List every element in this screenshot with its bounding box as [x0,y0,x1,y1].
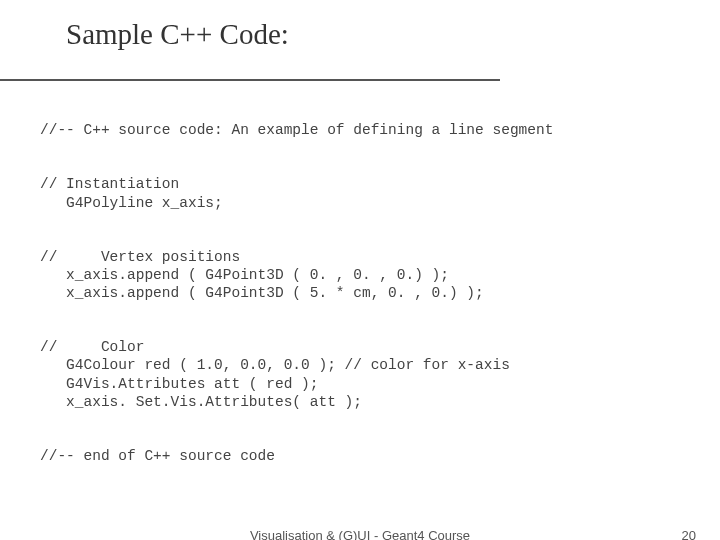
code-comment-header: //-- C++ source code: An example of defi… [40,121,680,139]
slide-title: Sample C++ Code: [0,0,720,51]
code-vertex-positions: // Vertex positions x_axis.append ( G4Po… [40,248,680,302]
slide: Sample C++ Code: //-- C++ source code: A… [0,0,720,540]
code-comment-footer: //-- end of C++ source code [40,447,680,465]
footer-text: Visualisation & (G)UI - Geant4 Course [250,528,470,540]
code-block: //-- C++ source code: An example of defi… [0,81,720,519]
code-instantiation: // Instantiation G4Polyline x_axis; [40,175,680,211]
page-number: 20 [682,528,696,540]
code-color: // Color G4Colour red ( 1.0, 0.0, 0.0 );… [40,338,680,411]
